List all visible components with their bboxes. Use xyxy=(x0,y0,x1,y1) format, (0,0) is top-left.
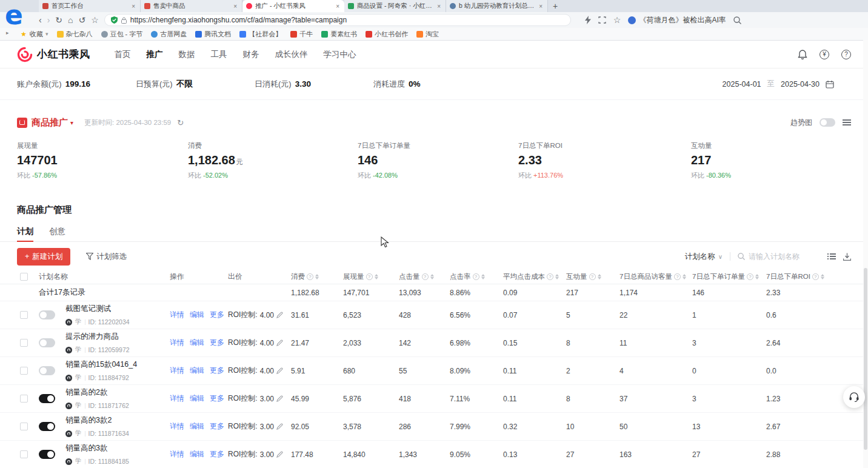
info-icon[interactable] xyxy=(812,273,819,280)
tab-close-icon[interactable]: × xyxy=(335,3,341,10)
help-icon[interactable] xyxy=(841,50,851,59)
column-header-metric[interactable]: 展现量 xyxy=(343,272,399,281)
plan-name[interactable]: 截图笔记测试 xyxy=(65,304,165,314)
plan-enable-toggle[interactable] xyxy=(39,366,55,375)
edit-bid-pencil-icon[interactable] xyxy=(276,451,283,458)
plan-name[interactable]: 销量高的15款0416_4 xyxy=(65,359,165,370)
column-header-name[interactable]: 计划名称 xyxy=(39,272,170,282)
sort-icon[interactable] xyxy=(430,274,434,279)
snapshot-icon[interactable] xyxy=(598,16,606,24)
nav-item[interactable]: 推广 xyxy=(147,49,163,60)
forward-icon[interactable]: › xyxy=(47,16,50,24)
column-header-metric[interactable]: 点击量 xyxy=(399,272,450,281)
metric-settings-icon[interactable] xyxy=(843,119,851,125)
data-refresh-icon[interactable]: ↻ xyxy=(177,118,184,127)
date-end[interactable]: 2025-04-30 xyxy=(781,80,820,89)
bookmark-item[interactable]: 收藏 xyxy=(21,30,48,39)
plan-search-input[interactable] xyxy=(749,252,820,261)
plan-name[interactable]: 销量高的2款 xyxy=(65,387,165,398)
edit-bid-pencil-icon[interactable] xyxy=(276,423,283,430)
detail-link[interactable]: 详情 xyxy=(170,421,184,432)
column-header-metric[interactable]: 点击率 xyxy=(450,272,503,281)
search-field-select[interactable]: 计划名称 ∨ xyxy=(685,252,723,262)
row-checkbox[interactable] xyxy=(20,450,28,458)
sort-icon[interactable] xyxy=(755,274,759,279)
more-link[interactable]: 更多 xyxy=(210,366,224,376)
lightning-icon[interactable] xyxy=(585,16,591,24)
info-icon[interactable] xyxy=(366,273,373,280)
tab-close-icon[interactable]: × xyxy=(538,3,544,10)
hot-search[interactable]: 《荷塘月色》被检出高AI率 xyxy=(628,15,726,25)
calendar-icon[interactable] xyxy=(826,80,834,89)
plan-filter-button[interactable]: 计划筛选 xyxy=(86,252,127,262)
sort-icon[interactable] xyxy=(683,274,686,279)
more-link[interactable]: 更多 xyxy=(210,421,224,432)
back-icon[interactable]: ‹ xyxy=(39,16,42,24)
info-icon[interactable] xyxy=(547,273,553,280)
column-header-metric[interactable]: 平均点击成本 xyxy=(503,272,566,281)
bookmark-item[interactable]: 杂七杂八 xyxy=(57,30,93,39)
new-tab-button[interactable]: + xyxy=(548,0,563,12)
info-icon[interactable] xyxy=(473,273,479,280)
plan-name[interactable]: 销量高的3款 xyxy=(65,443,165,453)
more-link[interactable]: 更多 xyxy=(210,310,224,320)
info-icon[interactable] xyxy=(307,273,313,280)
plan-enable-toggle[interactable] xyxy=(39,338,55,347)
url-box[interactable]: https://chengfeng.xiaohongshu.com/cf/ad/… xyxy=(104,14,571,26)
select-all-checkbox[interactable] xyxy=(20,273,28,281)
nav-item[interactable]: 数据 xyxy=(179,49,195,60)
bookmark-item[interactable]: 豆包 - 字节 xyxy=(101,30,143,39)
plan-search-box[interactable] xyxy=(738,252,820,261)
tab-close-icon[interactable]: × xyxy=(436,3,442,10)
undo-icon[interactable]: ↺ xyxy=(79,16,86,24)
sort-icon[interactable] xyxy=(821,274,824,279)
nav-item[interactable]: 财务 xyxy=(243,49,259,60)
bookmark-star-icon[interactable]: ☆ xyxy=(613,16,621,24)
row-checkbox[interactable] xyxy=(20,367,28,375)
info-icon[interactable] xyxy=(422,273,429,280)
plan-name[interactable]: 销量高的3款2 xyxy=(65,415,165,426)
page-scrollbar[interactable] xyxy=(863,40,868,468)
favorites-icon[interactable]: ☆ xyxy=(91,16,99,24)
refresh-icon[interactable]: ↻ xyxy=(55,16,62,24)
edit-link[interactable]: 编辑 xyxy=(190,421,204,432)
row-checkbox[interactable] xyxy=(20,423,28,430)
bookmark-item[interactable]: 要素红书 xyxy=(321,30,357,39)
column-header-metric[interactable]: 7日总下单订单量 xyxy=(692,272,766,281)
plan-enable-toggle[interactable] xyxy=(39,450,55,459)
plan-name[interactable]: 提示的潜力商品 xyxy=(65,332,165,342)
edit-link[interactable]: 编辑 xyxy=(190,310,204,320)
column-header-metric[interactable]: 7日总商品访客量 xyxy=(619,272,692,281)
plan-enable-toggle[interactable] xyxy=(39,394,55,403)
sort-icon[interactable] xyxy=(315,274,319,279)
column-header-metric[interactable]: 互动量 xyxy=(566,272,619,281)
browser-tab[interactable]: 售卖中商品 × xyxy=(141,0,242,12)
sort-icon[interactable] xyxy=(555,274,559,279)
tab-close-icon[interactable]: × xyxy=(232,3,238,10)
bookmark-item[interactable]: 千牛 xyxy=(290,30,313,39)
download-icon[interactable] xyxy=(843,253,851,261)
nav-item[interactable]: 成长伙伴 待领取 xyxy=(275,49,308,60)
sort-icon[interactable] xyxy=(598,274,601,279)
tab-close-icon[interactable]: × xyxy=(130,3,136,10)
detail-link[interactable]: 详情 xyxy=(170,449,184,460)
sort-icon[interactable] xyxy=(481,274,485,279)
plan-enable-toggle[interactable] xyxy=(39,422,55,431)
home-icon[interactable]: ⌂ xyxy=(68,16,73,24)
detail-link[interactable]: 详情 xyxy=(170,393,184,404)
info-icon[interactable] xyxy=(747,273,753,280)
trend-chart-toggle[interactable] xyxy=(820,118,835,127)
more-link[interactable]: 更多 xyxy=(210,393,224,404)
row-checkbox[interactable] xyxy=(20,311,28,319)
bookmarks-expand-icon[interactable] xyxy=(6,31,12,37)
edit-link[interactable]: 编辑 xyxy=(190,393,204,404)
sort-icon[interactable] xyxy=(375,274,378,279)
more-link[interactable]: 更多 xyxy=(210,338,224,348)
date-start[interactable]: 2025-04-01 xyxy=(723,80,761,89)
bookmark-item[interactable]: 腾讯文档 xyxy=(195,30,231,39)
billing-icon[interactable] xyxy=(820,50,829,59)
edit-bid-pencil-icon[interactable] xyxy=(276,339,283,346)
search-icon[interactable] xyxy=(733,16,741,24)
promotion-type-title[interactable]: 商品推广 xyxy=(32,117,68,129)
detail-link[interactable]: 详情 xyxy=(170,338,184,348)
